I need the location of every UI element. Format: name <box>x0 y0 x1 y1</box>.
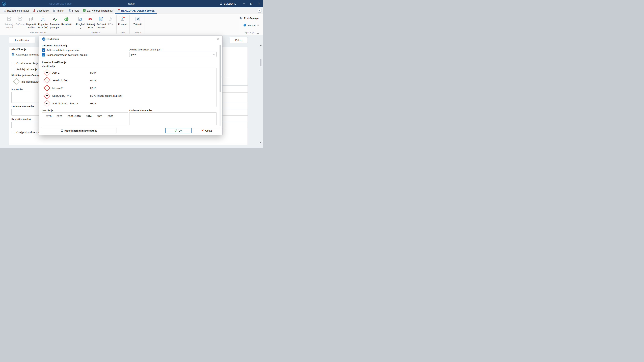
account-name: SBLCORE <box>224 2 236 5</box>
duplicate-button[interactable]: Napraviti duplikat <box>25 15 37 33</box>
p-code[interactable]: P331 <box>96 115 102 125</box>
classification-balance-button[interactable]: Σ Klasifikacioni bilans stanja <box>41 128 117 133</box>
p-code[interactable]: P260 <box>46 115 52 125</box>
close-icon <box>217 37 219 41</box>
restore-button[interactable] <box>248 0 255 7</box>
minimize-button[interactable] <box>240 0 248 7</box>
tab-imenik[interactable]: Imenik <box>51 7 66 14</box>
acute-toxicity-select[interactable]: pare <box>129 52 216 57</box>
address-book-icon <box>53 9 56 12</box>
button-label: Napraviti duplikat <box>25 23 37 29</box>
save-icon <box>7 16 12 22</box>
p-code[interactable]: P301+P310 <box>68 115 81 125</box>
close-tab-button[interactable] <box>258 9 262 12</box>
dialog-close-button[interactable] <box>216 37 220 41</box>
label-differs-checkbox[interactable]: Oznaka se razlikuje o <box>12 62 40 65</box>
svg-text:?: ? <box>244 24 246 26</box>
settings-button[interactable]: Podešavanja <box>240 16 258 20</box>
control-parameters-icon <box>83 9 86 12</box>
scroll-up-icon[interactable] <box>260 44 262 46</box>
menu-icon[interactable] <box>257 31 259 34</box>
additive-properties-checkbox[interactable]: Aditivne odlike komponenata <box>42 48 79 52</box>
ghs09-environment-icon <box>44 100 50 107</box>
ghs08-health-hazard-icon <box>44 69 50 76</box>
tab-label: Imenik <box>57 9 64 12</box>
scroll-down-icon[interactable] <box>260 142 262 143</box>
tab-label: Bezbednosni listovi <box>7 9 29 12</box>
save-as-sbl-button[interactable]: Sačuvati kao SBL <box>96 15 106 33</box>
dialog-additional-info-field[interactable] <box>129 112 216 125</box>
save-button[interactable]: Sačuvaj <box>16 15 24 33</box>
classification-row[interactable]: Vod. živ. sred. - hron. 2 H411 <box>42 99 216 107</box>
close-button[interactable] <box>255 0 263 7</box>
button-label: Otkaži <box>205 129 212 132</box>
tab-supstance[interactable]: Supstance <box>31 7 51 14</box>
grid-icon <box>68 9 71 12</box>
ribbon-toolbar: Sačuvaj i zatvori Sačuvaj Napraviti dupl… <box>0 14 263 35</box>
settings-label: Podešavanja <box>244 17 258 19</box>
section-button-identifikacija[interactable]: Identifikacija <box>9 37 35 43</box>
save-and-close-button[interactable]: Sačuvaj i zatvori <box>3 15 15 33</box>
fill-phrases-button[interactable]: Popunite fraze (BL) <box>37 15 49 33</box>
help-button[interactable]: ? Pomoć <box>243 24 258 27</box>
packaging-content-checkbox[interactable]: Sadržaj pakovanja ne <box>12 68 40 71</box>
save-pdf-button[interactable]: PDF Sačuvaj PDF <box>86 15 96 33</box>
p-code[interactable]: P314 <box>86 115 92 125</box>
preview-button[interactable]: Pregled <box>76 15 85 33</box>
ribbon-group-label: Aplikacije <box>239 31 254 34</box>
classification-labeling-label: Klasifikacija i označavanje <box>12 74 40 77</box>
dialog-scrollbar[interactable] <box>220 45 221 126</box>
revise-button[interactable]: Revidirati <box>61 15 72 33</box>
translate-button[interactable]: A Prevesti <box>118 15 128 33</box>
group-divider <box>144 15 145 33</box>
acute-toxicity-label: Akutna toksičnost udisanjem <box>129 48 161 51</box>
section-button-prilozi[interactable]: Prilozi <box>230 37 248 43</box>
classification-row[interactable]: ! Irit. oka 2 H319 <box>42 84 216 92</box>
tab-kontrolni-parametri[interactable]: 8.1. Kontrolni parametri <box>81 7 115 14</box>
p-codes-listbox[interactable]: P260 P280 P301+P310 P314 P331 P391 <box>42 112 128 125</box>
hazard-class-name: Irit. oka 2 <box>52 87 90 89</box>
dialog-logo-icon <box>42 37 46 41</box>
checkbox-checked-icon <box>42 53 45 56</box>
ribbon-group-label: Editor <box>132 31 144 34</box>
classification-dialog: Klasifikacija Parametri klasifikacije Ad… <box>39 35 222 135</box>
ok-button[interactable]: OK <box>165 128 192 133</box>
help-icon: ? <box>243 24 246 27</box>
account-button[interactable]: SBLCORE <box>220 0 236 7</box>
checkbox-label: Oznaka se razlikuje o <box>16 62 40 65</box>
partial-recalculation-checkbox[interactable]: Delimični preračun za životnu sredinu <box>42 53 88 56</box>
not-classified-text: nije klasifikovan <box>22 80 39 83</box>
arrow-down-icon <box>40 16 46 22</box>
cancel-button[interactable]: Otkaži <box>194 128 220 133</box>
product-checkbox[interactable]: Ovaj proizvod ne mo <box>12 131 40 134</box>
flask-icon <box>33 9 36 12</box>
classification-row[interactable]: ! Senzib. kože 1 H317 <box>42 76 216 84</box>
classification-row[interactable]: Spec. toks. - VI 2 H373 (slušni organi, … <box>42 92 216 99</box>
spellcheck-button[interactable]: A Proverite pravopis <box>49 15 60 33</box>
pcn-button[interactable]: PCN <box>107 15 115 33</box>
tab-bezbednosni-listovi[interactable]: Bezbednosni listovi <box>1 7 31 14</box>
minimize-icon <box>243 3 245 4</box>
tab-fraza[interactable]: Fraza <box>66 7 81 14</box>
checkbox-icon <box>12 131 15 134</box>
hazard-class-name: Asp. 1 <box>52 71 90 74</box>
p-code[interactable]: P280 <box>56 115 62 125</box>
tab-label: 8.1. Kontrolni parametri <box>87 9 113 12</box>
main-scrollbar[interactable] <box>259 44 262 143</box>
tab-bl-uzorak-opasna-smesa[interactable]: BL UZORAK Opasna smesa <box>115 7 157 14</box>
classification-row[interactable]: Asp. 1 H304 <box>42 69 216 76</box>
ribbon-group-label: Jezik <box>118 31 128 34</box>
button-label: Sačuvaj i zatvori <box>3 23 15 29</box>
checkbox-label: Sadržaj pakovanja ne <box>16 68 40 71</box>
button-label: Klasifikujte automatski <box>16 53 41 56</box>
close-editor-button[interactable]: Zatvoriti <box>132 15 143 33</box>
spellcheck-icon: A <box>52 16 57 22</box>
dialog-scrollbar-thumb[interactable] <box>220 45 221 92</box>
chevron-down-icon <box>213 53 215 56</box>
h-code: H304 <box>90 71 216 74</box>
scrollbar-thumb[interactable] <box>260 59 262 66</box>
classify-automatically-button[interactable]: Klasifikujte automatski <box>12 53 41 56</box>
classification-list-label: Klasifikacija <box>42 65 55 68</box>
pdf-icon: PDF <box>88 16 93 22</box>
p-code[interactable]: P391 <box>108 115 113 125</box>
